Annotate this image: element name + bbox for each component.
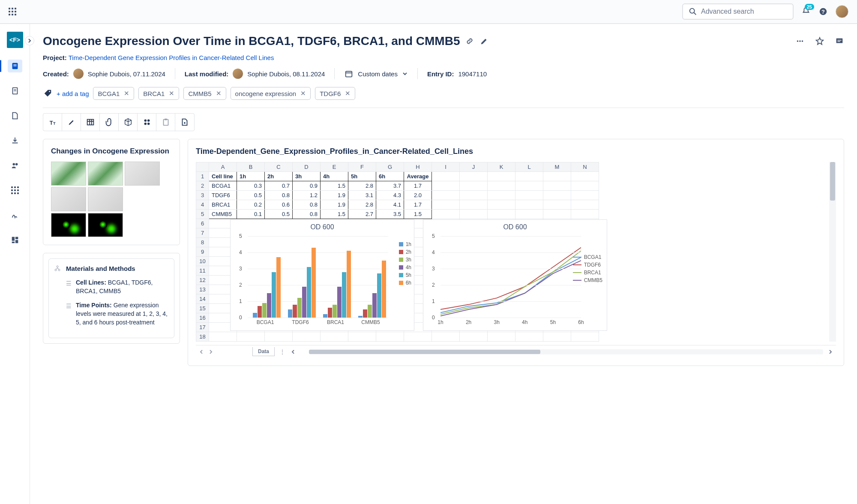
- thumbnail[interactable]: [125, 162, 160, 186]
- tag-row: + add a tag BCGA1✕BRCA1✕CMMB5✕oncogene e…: [43, 87, 844, 100]
- svg-point-31: [144, 120, 147, 122]
- created-value: Sophie Dubois, 07.11.2024: [88, 70, 165, 78]
- thumbnail[interactable]: [51, 187, 86, 211]
- sheet-footer: Data ⋮: [196, 345, 836, 358]
- tag-remove-icon[interactable]: ✕: [300, 90, 306, 97]
- bar-chart[interactable]: OD 600 012345BCGA1TDGF6BRCA1CMMB5 1h2h3h…: [230, 219, 414, 331]
- star-icon[interactable]: [815, 36, 824, 46]
- spreadsheet-card: Time-Dependent_Gene_Expression_Profiles_…: [188, 139, 844, 366]
- tb-clipboard[interactable]: [156, 114, 175, 131]
- tag-chip[interactable]: CMMB5✕: [183, 87, 226, 100]
- user-avatar[interactable]: [836, 5, 848, 18]
- search-icon: [688, 7, 698, 16]
- vertical-scrollbar[interactable]: [829, 162, 836, 342]
- scroll-right-icon[interactable]: [828, 350, 833, 354]
- custom-dates-dropdown[interactable]: Custom dates: [344, 69, 408, 78]
- tag-remove-icon[interactable]: ✕: [216, 90, 222, 97]
- scroll-left-icon[interactable]: [291, 350, 295, 354]
- notifications-button[interactable]: 25: [801, 6, 811, 17]
- table-icon: [86, 117, 95, 127]
- tb-text[interactable]: TT: [43, 114, 62, 131]
- tb-file[interactable]: [175, 114, 194, 131]
- sheet-tab[interactable]: Data: [252, 347, 275, 356]
- project-link[interactable]: Time-Dependent Gene Expression Profiles …: [69, 54, 274, 61]
- rail-item-team[interactable]: [6, 159, 24, 172]
- tag-chip[interactable]: BRCA1✕: [138, 87, 179, 100]
- mm-item: ☰Time Points: Gene expression levels wer…: [66, 301, 168, 327]
- modifier-avatar[interactable]: [233, 69, 243, 79]
- thumbnail[interactable]: [88, 187, 123, 211]
- search-input[interactable]: Advanced search: [682, 3, 794, 20]
- rail-item-page[interactable]: [6, 84, 24, 98]
- attachment-icon: [105, 117, 114, 127]
- sheet-title: Time-Dependent_Gene_Expression_Profiles_…: [196, 147, 836, 156]
- app-logo[interactable]: <F>: [7, 32, 23, 48]
- custom-dates-label: Custom dates: [358, 70, 398, 78]
- pencil-icon: [67, 117, 76, 127]
- svg-rect-13: [15, 237, 18, 240]
- rail-item-import[interactable]: [6, 134, 24, 147]
- chevron-right-icon[interactable]: [209, 350, 213, 354]
- four-dots-icon: [142, 117, 152, 127]
- app-switcher-icon[interactable]: [9, 8, 16, 15]
- expand-sidebar-button[interactable]: [25, 36, 34, 45]
- rail-item-notebook[interactable]: [6, 59, 24, 73]
- tag-remove-icon[interactable]: ✕: [169, 90, 174, 97]
- materials-methods-card: Materials and Methods ☰Cell Lines: BCGA1…: [43, 253, 180, 344]
- tb-3d[interactable]: [119, 114, 138, 131]
- svg-rect-14: [15, 240, 18, 243]
- tag-remove-icon[interactable]: ✕: [345, 90, 351, 97]
- svg-rect-20: [837, 40, 841, 40]
- svg-point-32: [147, 120, 150, 122]
- svg-rect-35: [163, 120, 168, 126]
- chevron-left-icon[interactable]: [199, 350, 204, 354]
- tag-chip[interactable]: TDGF6✕: [315, 87, 355, 100]
- svg-point-18: [802, 40, 803, 42]
- entry-id-value: 19047110: [458, 70, 487, 78]
- creator-avatar[interactable]: [73, 69, 84, 79]
- svg-rect-27: [87, 120, 93, 125]
- tag-label: CMMB5: [188, 90, 211, 97]
- svg-text:T: T: [53, 121, 55, 126]
- svg-rect-19: [836, 39, 843, 43]
- tag-remove-icon[interactable]: ✕: [124, 90, 129, 97]
- thumbnail[interactable]: [51, 213, 86, 237]
- svg-point-39: [57, 266, 58, 267]
- help-icon[interactable]: ?: [818, 7, 828, 16]
- comment-icon[interactable]: [835, 36, 844, 46]
- mm-item: ☰Cell Lines: BCGA1, TDGF6, BRCA1, CMMB5: [66, 278, 168, 296]
- more-icon[interactable]: [795, 36, 805, 46]
- sheet-menu-icon[interactable]: ⋮: [280, 349, 286, 355]
- topbar: Advanced search 25 ?: [0, 0, 857, 24]
- notification-count: 25: [805, 4, 814, 10]
- thumbnail[interactable]: [51, 162, 86, 186]
- tag-chip[interactable]: BCGA1✕: [93, 87, 134, 100]
- clipboard-icon: [161, 117, 171, 127]
- rail-item-inventory[interactable]: [6, 109, 24, 123]
- tb-table[interactable]: [81, 114, 100, 131]
- add-tag-button[interactable]: + add a tag: [57, 90, 89, 97]
- tb-grid[interactable]: [138, 114, 156, 131]
- rail-item-sign[interactable]: [6, 208, 24, 222]
- thumbnail[interactable]: [88, 162, 123, 186]
- tb-attach[interactable]: [100, 114, 119, 131]
- tb-draw[interactable]: [62, 114, 81, 131]
- rail-item-dashboard[interactable]: [6, 233, 24, 247]
- file-plus-icon: [180, 117, 189, 127]
- card-title: Changes in Oncogene Expression: [51, 147, 172, 156]
- svg-rect-22: [346, 72, 352, 77]
- thumbnail[interactable]: [88, 213, 123, 237]
- notebook-icon: [10, 61, 20, 71]
- editor-toolbar: TT: [43, 113, 195, 131]
- tag-label: oncogene expression: [235, 90, 297, 97]
- tag-chip[interactable]: oncogene expression✕: [231, 87, 311, 100]
- edit-icon[interactable]: [479, 36, 489, 46]
- tag-label: TDGF6: [320, 90, 341, 97]
- svg-point-0: [690, 9, 695, 13]
- svg-rect-36: [165, 119, 167, 120]
- link-icon[interactable]: [465, 36, 474, 46]
- page-title: Oncogene Expression Over Time in BCGA1, …: [43, 34, 460, 48]
- horizontal-scrollbar[interactable]: [309, 349, 823, 354]
- rail-item-apps[interactable]: [6, 183, 24, 197]
- line-chart[interactable]: OD 600 0123451h2h3h4h5h6h BCGA1TDGF6BRCA…: [423, 219, 607, 331]
